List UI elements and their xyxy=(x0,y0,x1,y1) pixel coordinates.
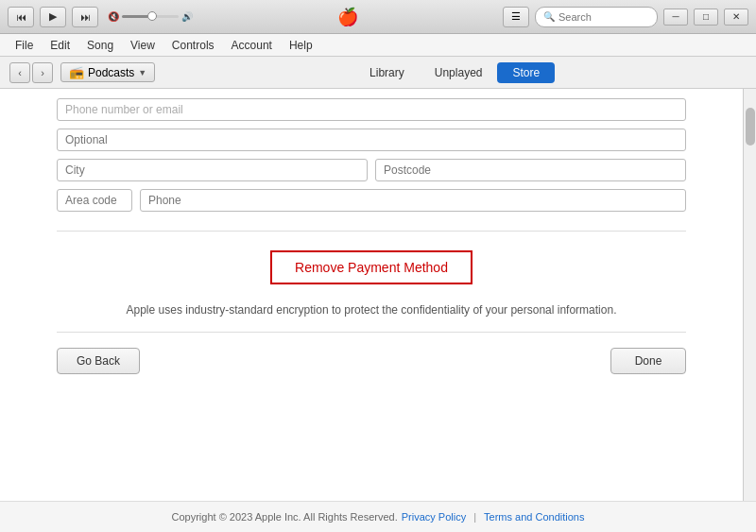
go-back-button[interactable]: Go Back xyxy=(57,348,140,374)
podcast-selector[interactable]: 📻 Podcasts ▼ xyxy=(60,62,155,82)
podcast-icon: 📻 xyxy=(69,65,84,79)
list-view-button[interactable]: ☰ xyxy=(503,7,529,27)
form-section-top xyxy=(0,98,743,212)
done-button[interactable]: Done xyxy=(610,348,686,374)
menu-song[interactable]: Song xyxy=(79,37,121,54)
minimize-button[interactable]: ─ xyxy=(663,9,688,26)
address-line-input[interactable] xyxy=(57,98,686,121)
menu-view[interactable]: View xyxy=(123,37,163,54)
optional-input[interactable] xyxy=(57,129,686,151)
menu-help[interactable]: Help xyxy=(282,37,320,54)
fast-forward-button[interactable]: ⏭ xyxy=(72,7,98,27)
close-button[interactable]: ✕ xyxy=(724,9,748,26)
tab-library[interactable]: Library xyxy=(354,62,420,83)
form-row-optional xyxy=(57,129,686,151)
play-button[interactable]: ▶ xyxy=(40,7,66,27)
divider-2 xyxy=(57,332,686,333)
scrollbar-thumb[interactable] xyxy=(746,108,755,146)
nav-forward-button[interactable]: › xyxy=(32,62,53,83)
menu-controls[interactable]: Controls xyxy=(164,37,222,54)
rewind-button[interactable]: ⏮ xyxy=(8,7,34,27)
podcast-dropdown-icon: ▼ xyxy=(138,68,146,77)
search-input[interactable] xyxy=(558,11,649,23)
city-input[interactable] xyxy=(57,159,368,181)
footer-privacy-link[interactable]: Privacy Policy xyxy=(402,511,466,523)
content-area: Remove Payment Method Apple uses industr… xyxy=(0,89,743,501)
footer: Copyright © 2023 Apple Inc. All Rights R… xyxy=(0,501,756,532)
search-box: 🔍 xyxy=(535,7,658,27)
form-row-toppartial xyxy=(57,98,686,121)
nav-bar: ‹ › 📻 Podcasts ▼ Library Unplayed Store xyxy=(0,57,756,89)
main-wrapper: Remove Payment Method Apple uses industr… xyxy=(0,89,756,501)
footer-copyright: Copyright © 2023 Apple Inc. All Rights R… xyxy=(172,511,398,523)
nav-tabs: Library Unplayed Store xyxy=(163,62,747,83)
menu-account[interactable]: Account xyxy=(224,37,280,54)
footer-terms-link[interactable]: Terms and Conditions xyxy=(484,511,584,523)
menu-file[interactable]: File xyxy=(8,37,41,54)
form-row-phone xyxy=(57,189,686,212)
nav-arrows: ‹ › xyxy=(9,62,53,83)
divider-1 xyxy=(57,231,686,232)
action-buttons: Go Back Done xyxy=(0,348,743,374)
tab-store[interactable]: Store xyxy=(497,62,555,83)
areacode-input[interactable] xyxy=(57,189,132,212)
phone-input[interactable] xyxy=(140,189,686,212)
nav-back-button[interactable]: ‹ xyxy=(9,62,30,83)
postcode-input[interactable] xyxy=(375,159,686,181)
footer-separator: | xyxy=(473,511,476,523)
menu-bar: File Edit Song View Controls Account Hel… xyxy=(0,34,756,57)
encryption-notice: Apple uses industry-standard encryption … xyxy=(57,303,686,317)
remove-payment-button[interactable]: Remove Payment Method xyxy=(270,250,472,284)
title-bar-right: ☰ 🔍 ─ □ ✕ xyxy=(503,7,748,27)
maximize-button[interactable]: □ xyxy=(694,9,718,26)
playback-controls: ⏮ ▶ ⏭ 🔇 🔊 xyxy=(8,7,193,27)
remove-payment-container: Remove Payment Method xyxy=(0,250,743,284)
menu-edit[interactable]: Edit xyxy=(43,37,77,54)
volume-slider[interactable]: 🔇 🔊 xyxy=(108,11,193,22)
search-icon: 🔍 xyxy=(543,11,555,22)
title-bar-center: 🍎 xyxy=(193,7,503,27)
tab-unplayed[interactable]: Unplayed xyxy=(420,62,498,83)
form-row-city xyxy=(57,159,686,181)
apple-logo-icon: 🍎 xyxy=(337,7,358,27)
podcast-label: Podcasts xyxy=(88,66,134,79)
scrollbar[interactable] xyxy=(743,89,756,501)
title-bar: ⏮ ▶ ⏭ 🔇 🔊 🍎 ☰ 🔍 ─ □ ✕ xyxy=(0,0,756,34)
